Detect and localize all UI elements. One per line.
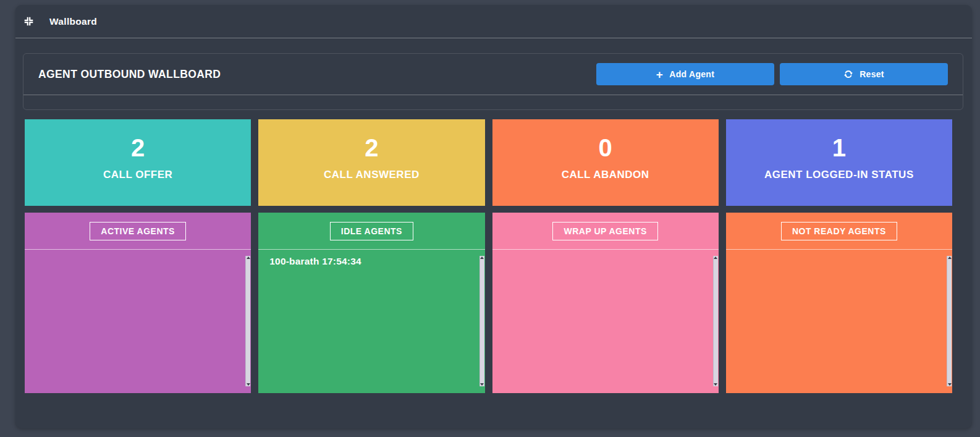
page-title: Wallboard bbox=[49, 16, 97, 27]
scrollbar[interactable] bbox=[713, 256, 718, 386]
stat-value: 0 bbox=[492, 135, 719, 160]
panel-label: NOT READY AGENTS bbox=[781, 222, 897, 240]
panel-header: IDLE AGENTS bbox=[258, 213, 484, 249]
panel-label: WRAP UP AGENTS bbox=[552, 222, 657, 240]
not-ready-agents-list[interactable] bbox=[726, 249, 952, 393]
navbar: Wallboard bbox=[15, 5, 972, 38]
compress-icon[interactable] bbox=[23, 16, 34, 27]
stat-card-call-offer: 2 CALL OFFER bbox=[25, 119, 251, 206]
scrollbar[interactable] bbox=[245, 256, 250, 386]
reset-button-label: Reset bbox=[860, 69, 884, 79]
stat-card-agent-logged-in-status: 1 AGENT LOGGED-IN STATUS bbox=[726, 119, 952, 206]
add-agent-button-label: Add Agent bbox=[669, 69, 714, 79]
wallboard-actions: + Add Agent Reset bbox=[596, 63, 948, 85]
wallboard-title: AGENT OUTBOUND WALLBOARD bbox=[38, 68, 221, 81]
panel-header: WRAP UP AGENTS bbox=[492, 213, 719, 249]
wallboard-header-card: AGENT OUTBOUND WALLBOARD + Add Agent bbox=[23, 53, 963, 110]
agent-entry: 100-barath 17:54:34 bbox=[269, 256, 473, 267]
stat-label: CALL OFFER bbox=[25, 169, 251, 181]
page: { "navbar": { "title": "Wallboard" }, "w… bbox=[0, 0, 980, 437]
plus-icon: + bbox=[656, 69, 663, 80]
scrollbar[interactable] bbox=[947, 256, 952, 386]
stat-card-call-abandon: 0 CALL ABANDON bbox=[492, 119, 719, 206]
panel-label: IDLE AGENTS bbox=[330, 222, 413, 240]
stat-value: 1 bbox=[726, 135, 952, 160]
reset-button[interactable]: Reset bbox=[780, 63, 948, 85]
scrollbar[interactable] bbox=[479, 256, 484, 386]
agent-panel-idle-agents: IDLE AGENTS 100-barath 17:54:34 bbox=[258, 213, 484, 393]
stats-row: 2 CALL OFFER 2 CALL ANSWERED 0 CALL ABAN… bbox=[25, 119, 952, 206]
idle-agents-list[interactable]: 100-barath 17:54:34 bbox=[258, 249, 484, 393]
agent-panels-row: ACTIVE AGENTS IDLE AGENTS 100-barath 17:… bbox=[25, 213, 952, 393]
stat-label: CALL ANSWERED bbox=[258, 169, 484, 181]
stat-card-call-answered: 2 CALL ANSWERED bbox=[258, 119, 484, 206]
stat-value: 2 bbox=[25, 135, 251, 160]
active-agents-list[interactable] bbox=[25, 249, 251, 393]
add-agent-button[interactable]: + Add Agent bbox=[596, 63, 774, 85]
agent-panel-not-ready-agents: NOT READY AGENTS bbox=[726, 213, 952, 393]
stat-label: AGENT LOGGED-IN STATUS bbox=[726, 169, 952, 181]
panel-label: ACTIVE AGENTS bbox=[90, 222, 186, 240]
stat-label: CALL ABANDON bbox=[492, 169, 719, 181]
wrap-up-agents-list[interactable] bbox=[492, 249, 719, 393]
agent-panel-active-agents: ACTIVE AGENTS bbox=[25, 213, 251, 393]
stat-value: 2 bbox=[258, 135, 484, 160]
panel-header: NOT READY AGENTS bbox=[726, 213, 952, 249]
panel-header: ACTIVE AGENTS bbox=[25, 213, 251, 249]
wallboard-header-row: AGENT OUTBOUND WALLBOARD + Add Agent bbox=[23, 54, 963, 95]
app-container: Wallboard AGENT OUTBOUND WALLBOARD + Add… bbox=[15, 5, 972, 428]
refresh-icon bbox=[843, 69, 853, 79]
agent-panel-wrap-up-agents: WRAP UP AGENTS bbox=[492, 213, 719, 393]
wallboard-header-card-body bbox=[23, 95, 963, 109]
